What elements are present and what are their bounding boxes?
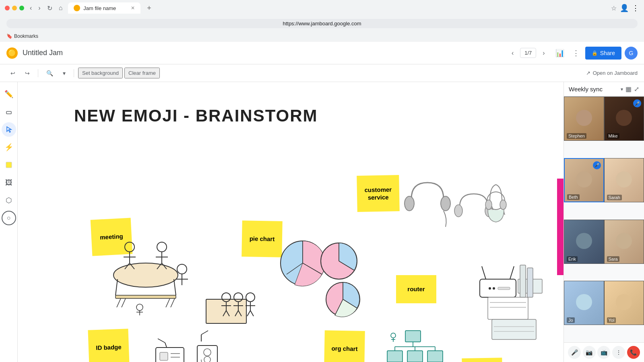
svg-rect-1 [6, 162, 12, 168]
laser-tool[interactable]: ⚡ [2, 140, 16, 154]
next-frame-button[interactable]: › [539, 48, 548, 58]
new-tab-button[interactable]: + [144, 4, 155, 12]
svg-rect-0 [6, 111, 11, 114]
sticky-meeting[interactable]: meeting [91, 218, 133, 256]
svg-rect-66 [498, 287, 510, 290]
router-drawing [480, 265, 542, 339]
sticky-note-tool[interactable] [2, 158, 16, 172]
frame-counter[interactable]: 1/7 [520, 48, 536, 58]
svg-line-31 [226, 311, 229, 316]
camera-button[interactable]: 📷 [583, 346, 596, 359]
active-tab[interactable]: Jam file name ✕ [68, 2, 140, 14]
svg-rect-89 [197, 346, 217, 362]
meeting-view-icons: ▦ ⤢ [625, 85, 639, 93]
svg-line-88 [201, 331, 208, 335]
reload-button[interactable]: ↻ [45, 4, 55, 13]
meeting-dropdown-icon[interactable]: ▾ [621, 86, 623, 92]
participant-name-beth: Beth [567, 194, 580, 200]
presentation-drawing [206, 293, 255, 323]
more-options-button[interactable]: ⋮ [570, 46, 582, 60]
right-panel: Weekly sync ▾ ▦ ⤢ Stephen [564, 82, 644, 362]
sticky-router[interactable]: router [396, 275, 436, 303]
present-button[interactable]: 📺 [597, 346, 610, 359]
svg-line-4 [174, 279, 176, 295]
more-call-options[interactable]: ⋮ [612, 346, 625, 359]
sticky-meeting-text: meeting [100, 232, 123, 241]
svg-line-13 [157, 263, 162, 269]
svg-line-21 [166, 298, 170, 307]
url-input[interactable] [6, 19, 638, 28]
expand-icon[interactable]: ⤢ [634, 85, 639, 93]
id-badge-drawings [156, 331, 217, 362]
circle-tool[interactable]: ○ [2, 211, 16, 225]
eraser-tool[interactable] [2, 105, 16, 119]
svg-point-57 [487, 192, 505, 210]
clear-frame-button[interactable]: Clear frame [124, 68, 160, 78]
participant-name-jo: Jo [567, 317, 575, 323]
sticky-id-badge[interactable]: ID badge [88, 329, 129, 362]
bookmarks-label: Bookmarks [14, 33, 38, 39]
profile-icon[interactable]: 👤 [620, 4, 629, 12]
home-button[interactable]: ⌂ [56, 4, 65, 12]
sticky-org-chart[interactable]: org chart [324, 330, 365, 362]
sticky-org-chart-text: org chart [331, 345, 357, 353]
call-controls: 🎤 📷 📺 ⋮ 📞 [564, 342, 644, 362]
zoom-button[interactable]: 🔍 [42, 68, 57, 78]
participant-name-sara: Sara [607, 256, 619, 262]
forward-button[interactable]: › [36, 4, 43, 12]
open-jamboard-button[interactable]: ↗ Open on Jamboard [586, 70, 638, 76]
toolbar-separator-2 [74, 69, 74, 77]
share-button[interactable]: 🔒 Share [585, 47, 621, 60]
undo-button[interactable]: ↩ [6, 68, 19, 78]
prev-frame-button[interactable]: ‹ [508, 48, 517, 58]
participant-yol: Yol [604, 281, 644, 325]
tab-close-icon[interactable]: ✕ [131, 5, 135, 11]
svg-rect-26 [206, 299, 246, 323]
svg-line-52 [335, 299, 343, 315]
app-title[interactable]: Untitled Jam [23, 49, 504, 57]
grid-view-icon[interactable]: ▦ [625, 85, 632, 93]
svg-line-51 [343, 299, 357, 308]
whiteboard-title: NEW EMOJI - BRAINSTORM [74, 106, 318, 125]
svg-rect-73 [492, 319, 536, 339]
svg-line-40 [247, 311, 250, 316]
end-call-button[interactable]: 📞 [627, 346, 640, 359]
zoom-dropdown[interactable]: ▾ [59, 68, 70, 78]
participant-name-sarah: Sarah [607, 195, 622, 200]
svg-point-10 [157, 242, 167, 252]
svg-rect-61 [480, 279, 516, 297]
minimize-dot[interactable] [12, 6, 17, 10]
pink-bar-decoration [557, 179, 564, 275]
redo-button[interactable]: ↪ [21, 68, 34, 78]
svg-point-54 [441, 196, 450, 211]
maximize-dot[interactable] [19, 6, 24, 10]
sticky-pie-chart[interactable]: pie chart [242, 220, 283, 257]
main-layout: ✏️ ⚡ 🖼 ⬡ ○ NEW EMOJI - BRAINSTORM meetin… [0, 82, 644, 362]
app-logo: 🟡 [6, 47, 18, 59]
star-icon[interactable]: ☆ [611, 4, 617, 12]
svg-rect-110 [387, 351, 402, 362]
svg-line-41 [250, 311, 254, 316]
pen-tool[interactable]: ✏️ [2, 87, 16, 101]
user-avatar[interactable]: G [625, 47, 638, 60]
back-button[interactable]: ‹ [27, 4, 34, 12]
mic-button[interactable]: 📊 [553, 46, 567, 60]
image-tool[interactable]: 🖼 [2, 175, 16, 190]
select-tool[interactable] [2, 122, 16, 137]
menu-icon[interactable]: ⋮ [632, 4, 639, 12]
external-link-icon: ↗ [586, 70, 590, 76]
svg-line-62 [482, 266, 486, 279]
participant-name-erik: Erik [567, 256, 578, 262]
close-dot[interactable] [5, 6, 10, 10]
shape-tool[interactable]: ⬡ [2, 193, 16, 208]
whiteboard-canvas[interactable]: NEW EMOJI - BRAINSTORM meeting pie chart… [18, 82, 564, 362]
mute-button[interactable]: 🎤 [568, 346, 581, 359]
sticky-customer-service[interactable]: customer service [357, 175, 400, 212]
browser-chrome: ‹ › ↻ ⌂ Jam file name ✕ + ☆ 👤 ⋮ 🔖 Bookma… [0, 0, 644, 42]
set-background-button[interactable]: Set background [78, 68, 123, 78]
svg-line-19 [117, 298, 121, 307]
participant-jo: Jo [564, 281, 604, 325]
svg-rect-72 [527, 268, 533, 297]
pie-chart-drawings [281, 241, 360, 317]
sticky-note-label[interactable]: sticky note [462, 358, 502, 362]
